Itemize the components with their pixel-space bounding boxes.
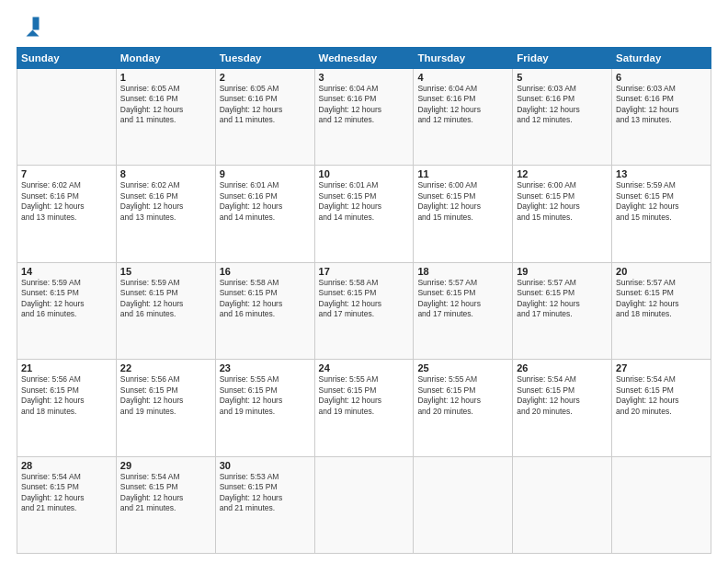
calendar-cell: 21Sunrise: 5:56 AMSunset: 6:15 PMDayligh… <box>17 360 117 456</box>
day-number: 2 <box>220 72 311 83</box>
header <box>17 14 711 40</box>
day-info: Sunrise: 5:55 AMSunset: 6:15 PMDaylight:… <box>417 374 508 417</box>
calendar-week-row: 14Sunrise: 5:59 AMSunset: 6:15 PMDayligh… <box>17 262 711 359</box>
calendar-week-row: 28Sunrise: 5:54 AMSunset: 6:15 PMDayligh… <box>17 456 711 553</box>
day-number: 28 <box>21 460 112 471</box>
day-number: 18 <box>417 266 508 277</box>
day-number: 5 <box>517 72 608 83</box>
day-number: 25 <box>417 362 508 373</box>
weekday-header-friday: Friday <box>513 48 612 69</box>
day-info: Sunrise: 5:55 AMSunset: 6:15 PMDaylight:… <box>319 374 410 417</box>
day-info: Sunrise: 6:05 AMSunset: 6:16 PMDaylight:… <box>220 84 311 126</box>
calendar-cell: 20Sunrise: 5:57 AMSunset: 6:15 PMDayligh… <box>612 262 711 359</box>
day-info: Sunrise: 6:05 AMSunset: 6:16 PMDaylight:… <box>120 84 211 126</box>
day-number: 30 <box>220 460 311 471</box>
page: SundayMondayTuesdayWednesdayThursdayFrid… <box>0 0 728 563</box>
calendar-cell: 4Sunrise: 6:04 AMSunset: 6:16 PMDaylight… <box>414 69 513 166</box>
svg-marker-1 <box>27 30 40 37</box>
day-info: Sunrise: 6:03 AMSunset: 6:16 PMDaylight:… <box>517 84 608 126</box>
calendar-cell: 24Sunrise: 5:55 AMSunset: 6:15 PMDayligh… <box>314 360 414 456</box>
day-number: 1 <box>120 72 211 83</box>
calendar-cell: 8Sunrise: 6:02 AMSunset: 6:16 PMDaylight… <box>116 166 215 262</box>
day-number: 24 <box>319 362 410 373</box>
day-number: 29 <box>120 460 211 471</box>
day-info: Sunrise: 5:58 AMSunset: 6:15 PMDaylight:… <box>220 278 311 320</box>
day-info: Sunrise: 5:55 AMSunset: 6:15 PMDaylight:… <box>220 374 311 417</box>
calendar-cell: 19Sunrise: 5:57 AMSunset: 6:15 PMDayligh… <box>513 262 612 359</box>
weekday-header-tuesday: Tuesday <box>215 48 314 69</box>
calendar-cell: 28Sunrise: 5:54 AMSunset: 6:15 PMDayligh… <box>17 456 117 553</box>
day-number: 19 <box>517 266 608 277</box>
calendar-cell: 18Sunrise: 5:57 AMSunset: 6:15 PMDayligh… <box>414 262 513 359</box>
day-number: 3 <box>319 72 410 83</box>
day-number: 23 <box>220 362 311 373</box>
day-number: 17 <box>319 266 410 277</box>
day-number: 13 <box>616 168 707 179</box>
calendar-cell: 30Sunrise: 5:53 AMSunset: 6:15 PMDayligh… <box>215 456 314 553</box>
calendar-cell: 15Sunrise: 5:59 AMSunset: 6:15 PMDayligh… <box>116 262 215 359</box>
day-info: Sunrise: 6:04 AMSunset: 6:16 PMDaylight:… <box>417 84 508 126</box>
calendar-cell: 2Sunrise: 6:05 AMSunset: 6:16 PMDaylight… <box>215 69 314 166</box>
day-info: Sunrise: 6:00 AMSunset: 6:15 PMDaylight:… <box>517 180 608 223</box>
calendar-week-row: 21Sunrise: 5:56 AMSunset: 6:15 PMDayligh… <box>17 360 711 456</box>
day-info: Sunrise: 6:01 AMSunset: 6:15 PMDaylight:… <box>319 180 410 223</box>
day-number: 15 <box>120 266 211 277</box>
day-info: Sunrise: 5:54 AMSunset: 6:15 PMDaylight:… <box>21 472 112 514</box>
calendar-cell: 16Sunrise: 5:58 AMSunset: 6:15 PMDayligh… <box>215 262 314 359</box>
calendar-cell: 1Sunrise: 6:05 AMSunset: 6:16 PMDaylight… <box>116 69 215 166</box>
weekday-header-sunday: Sunday <box>17 48 117 69</box>
calendar-cell <box>414 456 513 553</box>
day-number: 10 <box>319 168 410 179</box>
calendar-cell <box>612 456 711 553</box>
day-number: 16 <box>220 266 311 277</box>
day-info: Sunrise: 5:59 AMSunset: 6:15 PMDaylight:… <box>616 180 707 223</box>
calendar-cell: 11Sunrise: 6:00 AMSunset: 6:15 PMDayligh… <box>414 166 513 262</box>
day-info: Sunrise: 6:03 AMSunset: 6:16 PMDaylight:… <box>616 84 707 126</box>
calendar-cell <box>513 456 612 553</box>
day-number: 7 <box>21 168 112 179</box>
logo-icon <box>17 14 42 40</box>
calendar-cell: 13Sunrise: 5:59 AMSunset: 6:15 PMDayligh… <box>612 166 711 262</box>
calendar-week-row: 7Sunrise: 6:02 AMSunset: 6:16 PMDaylight… <box>17 166 711 262</box>
day-info: Sunrise: 5:57 AMSunset: 6:15 PMDaylight:… <box>417 278 508 320</box>
day-info: Sunrise: 5:57 AMSunset: 6:15 PMDaylight:… <box>517 278 608 320</box>
calendar-week-row: 1Sunrise: 6:05 AMSunset: 6:16 PMDaylight… <box>17 69 711 166</box>
day-info: Sunrise: 6:01 AMSunset: 6:16 PMDaylight:… <box>220 180 311 223</box>
day-info: Sunrise: 6:02 AMSunset: 6:16 PMDaylight:… <box>120 180 211 223</box>
svg-marker-0 <box>33 17 40 30</box>
weekday-header-monday: Monday <box>116 48 215 69</box>
day-info: Sunrise: 6:02 AMSunset: 6:16 PMDaylight:… <box>21 180 112 223</box>
calendar-cell: 29Sunrise: 5:54 AMSunset: 6:15 PMDayligh… <box>116 456 215 553</box>
calendar-cell: 23Sunrise: 5:55 AMSunset: 6:15 PMDayligh… <box>215 360 314 456</box>
calendar-cell <box>314 456 414 553</box>
calendar-cell: 22Sunrise: 5:56 AMSunset: 6:15 PMDayligh… <box>116 360 215 456</box>
day-number: 9 <box>220 168 311 179</box>
day-number: 8 <box>120 168 211 179</box>
calendar-cell: 17Sunrise: 5:58 AMSunset: 6:15 PMDayligh… <box>314 262 414 359</box>
day-info: Sunrise: 5:56 AMSunset: 6:15 PMDaylight:… <box>120 374 211 417</box>
day-number: 21 <box>21 362 112 373</box>
day-info: Sunrise: 5:59 AMSunset: 6:15 PMDaylight:… <box>120 278 211 320</box>
day-number: 11 <box>417 168 508 179</box>
day-number: 27 <box>616 362 707 373</box>
day-info: Sunrise: 6:04 AMSunset: 6:16 PMDaylight:… <box>319 84 410 126</box>
calendar-cell: 26Sunrise: 5:54 AMSunset: 6:15 PMDayligh… <box>513 360 612 456</box>
calendar-cell: 3Sunrise: 6:04 AMSunset: 6:16 PMDaylight… <box>314 69 414 166</box>
day-info: Sunrise: 5:54 AMSunset: 6:15 PMDaylight:… <box>120 472 211 514</box>
calendar-cell: 5Sunrise: 6:03 AMSunset: 6:16 PMDaylight… <box>513 69 612 166</box>
weekday-header-wednesday: Wednesday <box>314 48 414 69</box>
day-number: 12 <box>517 168 608 179</box>
day-info: Sunrise: 5:53 AMSunset: 6:15 PMDaylight:… <box>220 472 311 514</box>
day-info: Sunrise: 5:59 AMSunset: 6:15 PMDaylight:… <box>21 278 112 320</box>
day-number: 22 <box>120 362 211 373</box>
calendar-cell <box>17 69 117 166</box>
day-info: Sunrise: 5:58 AMSunset: 6:15 PMDaylight:… <box>319 278 410 320</box>
day-info: Sunrise: 5:54 AMSunset: 6:15 PMDaylight:… <box>616 374 707 417</box>
day-number: 14 <box>21 266 112 277</box>
weekday-header-saturday: Saturday <box>612 48 711 69</box>
weekday-header-thursday: Thursday <box>414 48 513 69</box>
day-info: Sunrise: 5:56 AMSunset: 6:15 PMDaylight:… <box>21 374 112 417</box>
day-number: 6 <box>616 72 707 83</box>
day-number: 20 <box>616 266 707 277</box>
calendar-cell: 7Sunrise: 6:02 AMSunset: 6:16 PMDaylight… <box>17 166 117 262</box>
